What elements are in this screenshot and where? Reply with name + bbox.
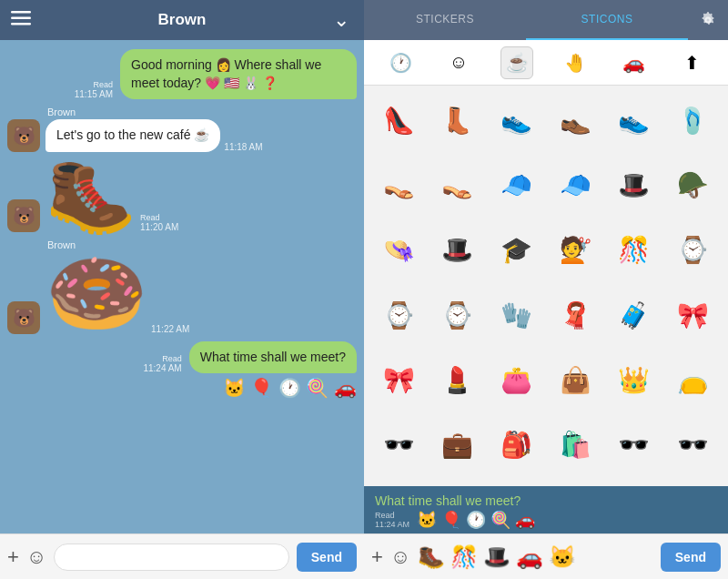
outgoing-msg-with-meta: Read 11:15 AM Good morning 👩 Where shall… <box>75 49 357 99</box>
message-bubble: Good morning 👩 Where shall we meet today… <box>120 49 357 99</box>
sticker-item[interactable]: 🕶️ <box>371 418 427 473</box>
sticker-item[interactable]: ⌚ <box>371 288 427 343</box>
sticker: 🥾 <box>46 159 136 232</box>
sticker-item[interactable]: 👡 <box>430 157 486 213</box>
sticker-item[interactable]: 💄 <box>430 352 486 408</box>
chat-input[interactable] <box>54 543 288 571</box>
msg-time: 11:18 AM <box>224 142 262 152</box>
preview-emoji-icons: 🐱 🎈 🕐 🍭 🚗 <box>417 510 535 530</box>
sticker-item[interactable]: 💼 <box>430 418 486 473</box>
send-button[interactable]: Send <box>297 543 357 572</box>
plus-icon[interactable]: + <box>7 545 19 569</box>
hamburger-icon[interactable] <box>11 11 31 29</box>
msg-time: 11:24 AM <box>143 363 181 373</box>
sticker-item[interactable]: 👜 <box>548 352 603 408</box>
message-row: 🐻 Brown Let's go to the new café ☕ 11:18… <box>7 107 357 152</box>
plus-icon[interactable]: + <box>371 545 383 569</box>
sender-name: Brown <box>47 107 76 117</box>
category-faces[interactable]: ☺ <box>442 46 475 79</box>
sticker-item[interactable]: 👢 <box>430 93 486 148</box>
sticker-bottom-bar: + ☺ 🥾 🎊 🎩 🚗 🐱 Send <box>364 533 728 579</box>
emoji-icon[interactable]: ☺ <box>390 545 410 569</box>
sticker-item[interactable]: 🧤 <box>489 288 544 343</box>
preview-sticker-party[interactable]: 🎊 <box>450 544 478 570</box>
sticker-msg-meta: Brown 🍩 11:22 AM <box>46 239 189 334</box>
sticker-item[interactable]: 🎩 <box>430 223 486 279</box>
avatar: 🐻 <box>7 119 40 152</box>
read-label: Read <box>140 213 160 222</box>
sticker-item[interactable]: 🎒 <box>489 418 544 473</box>
sticker-item[interactable]: 👟 <box>607 93 662 148</box>
preview-message-text: What time shall we meet? <box>375 493 717 508</box>
msg-time: 11:22 AM <box>151 324 189 334</box>
preview-time: 11:24 AM <box>375 520 410 529</box>
sticker-item[interactable]: 👞 <box>548 93 603 148</box>
message-row: 🐻 Brown 🍩 11:22 AM <box>7 239 357 334</box>
sticker-item[interactable]: 🎀 <box>665 288 721 343</box>
sticker-item[interactable]: 🧢 <box>548 157 603 213</box>
sticker-send-button[interactable]: Send <box>661 543 721 572</box>
message-row: Read 11:15 AM Good morning 👩 Where shall… <box>7 49 357 99</box>
category-recent[interactable]: 🕐 <box>384 46 417 79</box>
chevron-down-icon[interactable]: ⌄ <box>333 8 349 32</box>
sticker-item[interactable]: 🪖 <box>665 157 721 213</box>
category-transport[interactable]: 🚗 <box>617 46 650 79</box>
preview-sticker-car[interactable]: 🚗 <box>516 544 543 570</box>
msg-time: 11:15 AM <box>75 89 113 99</box>
chat-messages: Read 11:15 AM Good morning 👩 Where shall… <box>0 40 364 533</box>
tab-sticons[interactable]: STICONS <box>526 0 688 40</box>
tab-stickers[interactable]: STICKERS <box>364 0 526 40</box>
sticker-item[interactable]: 🕶️ <box>665 418 721 473</box>
preview-read-label: Read <box>375 511 410 520</box>
sticker-item[interactable]: ⌚ <box>430 288 486 343</box>
sticker-item[interactable]: 👝 <box>665 352 721 408</box>
category-gestures[interactable]: 🤚 <box>559 46 592 79</box>
sticker: 🍩 <box>46 252 147 334</box>
category-objects[interactable]: ☕ <box>500 46 533 79</box>
preview-sticker-hat[interactable]: 🎩 <box>483 544 511 570</box>
sticker-item[interactable]: 👟 <box>489 93 544 148</box>
sticker-item[interactable]: 🎩 <box>607 157 662 213</box>
sticker-category-bar: 🕐 ☺ ☕ 🤚 🚗 ⬆ <box>364 40 728 86</box>
emoji-icon[interactable]: ☺ <box>26 545 46 569</box>
sticker-item[interactable]: ⌚ <box>665 223 721 279</box>
msg-time: 11:20 AM <box>140 222 178 232</box>
incoming-msg-with-meta: Brown Let's go to the new café ☕ 11:18 A… <box>46 107 263 152</box>
emoji-icons: 🐱 🎈 🕐 🍭 🚗 <box>223 377 357 399</box>
category-upload[interactable]: ⬆ <box>675 46 708 79</box>
sticker-item[interactable]: 🧢 <box>489 157 544 213</box>
sticker-preview-row: 🥾 🎊 🎩 🚗 🐱 <box>418 544 652 570</box>
message-row: 🐻 🥾 Read 11:20 AM <box>7 159 357 232</box>
read-label: Read <box>162 354 182 363</box>
sticker-item[interactable]: 🩴 <box>665 93 721 148</box>
sticker-item[interactable]: 👡 <box>371 157 427 213</box>
chat-input-bar: + ☺ Send <box>0 533 364 579</box>
preview-sticker-boot[interactable]: 🥾 <box>418 544 445 570</box>
settings-icon[interactable] <box>688 0 728 40</box>
sticker-item[interactable]: 👛 <box>489 352 544 408</box>
sticker-item[interactable]: 🧣 <box>548 288 603 343</box>
sticker-item[interactable]: 🎀 <box>371 352 427 408</box>
avatar: 🐻 <box>7 199 40 232</box>
message-bubble: What time shall we meet? <box>189 341 357 374</box>
sticker-item[interactable]: 💇 <box>548 223 603 279</box>
sticker-tabs: STICKERS STICONS <box>364 0 728 40</box>
sticker-grid: 👠 👢 👟 👞 👟 🩴 👡 👡 🧢 🧢 🎩 🪖 👒 🎩 🎓 💇 🎊 ⌚ ⌚ ⌚ … <box>364 86 728 486</box>
preview-message-area: What time shall we meet? Read 11:24 AM 🐱… <box>364 486 728 533</box>
svg-rect-2 <box>11 23 31 25</box>
sticker-item[interactable]: 🎊 <box>607 223 662 279</box>
sticker-item[interactable]: 🧳 <box>607 288 662 343</box>
sticker-item[interactable]: 👠 <box>371 93 427 148</box>
sticker-item[interactable]: 🛍️ <box>548 418 603 473</box>
preview-sticker-cat[interactable]: 🐱 <box>549 544 576 570</box>
svg-rect-0 <box>11 11 31 14</box>
sticker-msg-meta: 🥾 Read 11:20 AM <box>46 159 178 232</box>
sticker-item[interactable]: 🎓 <box>489 223 544 279</box>
chat-header: Brown ⌄ <box>0 0 364 40</box>
avatar: 🐻 <box>7 301 40 334</box>
sticker-item[interactable]: 👒 <box>371 223 427 279</box>
message-row: Read 11:24 AM What time shall we meet? 🐱… <box>7 341 357 400</box>
sticker-item[interactable]: 🕶️ <box>607 418 662 473</box>
sticker-item[interactable]: 👑 <box>607 352 662 408</box>
read-label: Read <box>93 80 113 89</box>
